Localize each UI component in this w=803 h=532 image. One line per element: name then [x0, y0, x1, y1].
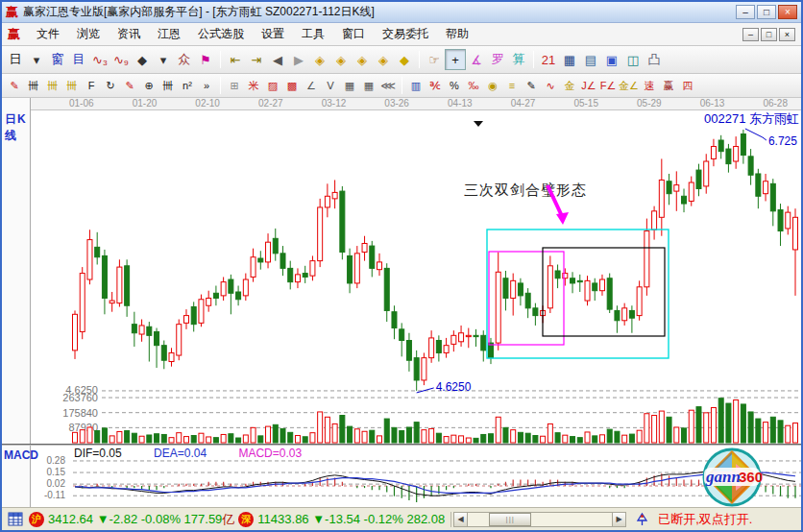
- save-icon[interactable]: ▣: [601, 49, 622, 70]
- scroll-left-arrow-icon[interactable]: ◀: [453, 512, 468, 527]
- percent-retrace-icon[interactable]: ℀: [426, 77, 445, 95]
- menu-item-0[interactable]: 文件: [28, 23, 68, 45]
- angle-lines-icon[interactable]: ∠: [302, 77, 321, 95]
- multi-window-icon[interactable]: 窗: [47, 49, 68, 70]
- golden-angle-icon[interactable]: 金∠: [618, 77, 640, 95]
- mdi-minimize-button[interactable]: –: [742, 28, 759, 41]
- dark-grid2-icon[interactable]: ▦: [359, 77, 378, 95]
- macd-scale-label: -0.11: [44, 490, 65, 500]
- wave-9-icon[interactable]: ∿₉: [110, 49, 132, 70]
- stock-code-name-label: 002271 东方雨虹: [704, 111, 799, 126]
- n-square-icon[interactable]: n²: [178, 77, 197, 95]
- kline-period-icon[interactable]: 日: [5, 49, 26, 70]
- j-angle-icon[interactable]: J∠: [579, 77, 598, 95]
- angle-measure-icon[interactable]: ∡: [466, 49, 487, 70]
- more-tools-icon[interactable]: »: [197, 77, 216, 95]
- fan-lines-icon[interactable]: 米: [244, 77, 263, 95]
- menu-item-6[interactable]: 工具: [293, 23, 333, 45]
- first-bar-icon[interactable]: ⇤: [225, 49, 246, 70]
- golden-section-icon[interactable]: 金: [560, 77, 579, 95]
- gann-expand-icon[interactable]: ◆: [394, 49, 415, 70]
- shenzhen-index-icon[interactable]: 深: [238, 512, 254, 527]
- connection-status-text[interactable]: 已断开,双点打开.: [658, 511, 752, 528]
- close-button[interactable]: ×: [778, 5, 797, 19]
- menu-item-7[interactable]: 窗口: [333, 23, 374, 45]
- scrollbar-track[interactable]: |||: [468, 512, 612, 527]
- period-dropdown-icon[interactable]: ▾: [26, 49, 47, 70]
- speed-line-icon[interactable]: 速: [640, 77, 659, 95]
- minimize-button[interactable]: –: [736, 5, 755, 19]
- gann-compress-icon[interactable]: ◈: [373, 49, 394, 70]
- quote-table-icon[interactable]: [8, 512, 23, 526]
- net-save-icon[interactable]: ◫: [622, 49, 644, 70]
- gann-square-icon[interactable]: 罗: [487, 49, 508, 70]
- count-grid-icon[interactable]: 卌: [158, 77, 178, 95]
- gann-box-icon[interactable]: ▨: [263, 77, 282, 95]
- menu-item-8[interactable]: 交易委托: [374, 23, 437, 45]
- candle-style-icon[interactable]: ◆: [132, 49, 153, 70]
- scrollbar-thumb[interactable]: |||: [489, 513, 531, 526]
- mdi-restore-button[interactable]: □: [761, 28, 777, 41]
- main-toolbar: 日▾窗目∿₃∿₉◆▾众⚑⇤⇥◀▶◈◈◈◈◆☞+∡罗算21▦▤▣◫凸: [2, 46, 801, 74]
- dark-grid-icon[interactable]: ▦: [340, 77, 359, 95]
- toolbar-separator: [220, 51, 221, 68]
- maximize-button[interactable]: □: [757, 5, 776, 19]
- fibonacci-grid-icon[interactable]: F: [82, 77, 101, 95]
- wave-av-icon[interactable]: ∿: [541, 77, 560, 95]
- trend-pencil-icon[interactable]: ✎: [522, 77, 541, 95]
- parallel-lines-icon[interactable]: ⋘: [378, 77, 398, 95]
- print-icon[interactable]: 凸: [644, 49, 665, 70]
- notepad-icon[interactable]: ▤: [580, 49, 601, 70]
- golden-grid-icon[interactable]: 卌: [43, 77, 62, 95]
- menu-item-9[interactable]: 帮助: [437, 23, 477, 45]
- calculator-icon[interactable]: ▦: [559, 49, 580, 70]
- dif-value: DIF=0.05: [74, 447, 122, 460]
- gann-grid-icon[interactable]: 卌: [24, 77, 43, 95]
- prev-stock-icon[interactable]: ◀: [267, 49, 288, 70]
- golden-grid2-icon[interactable]: 卌: [62, 77, 82, 95]
- f10-info-icon[interactable]: 目: [68, 49, 89, 70]
- menu-item-1[interactable]: 浏览: [68, 23, 109, 45]
- crosshair-icon[interactable]: +: [445, 49, 466, 70]
- stat-bars-icon[interactable]: ▥: [406, 77, 426, 95]
- title-bar: 赢 赢家江恩专业版[赢家内部服务平台] - [东方雨虹 SZ002271-112…: [2, 2, 801, 23]
- candlestick-chart[interactable]: 4.625026376017584087920三次双剑合璧形态002271 东方…: [31, 110, 801, 444]
- calendar-icon[interactable]: 21: [538, 49, 559, 70]
- menu-item-3[interactable]: 江恩: [149, 23, 189, 45]
- gann-net-icon[interactable]: ▩: [282, 77, 302, 95]
- crowd-icon[interactable]: 众: [174, 49, 195, 70]
- svg-text:175840: 175840: [62, 407, 98, 419]
- box-grid-icon[interactable]: ⊞: [225, 77, 244, 95]
- percent-icon[interactable]: %: [445, 77, 464, 95]
- menu-item-2[interactable]: 资讯: [109, 23, 149, 45]
- gann-horizontal-icon[interactable]: ◈: [352, 49, 373, 70]
- pencil-tool-icon[interactable]: ✎: [5, 77, 24, 95]
- scroll-right-arrow-icon[interactable]: ▶: [612, 512, 626, 527]
- golden-percent-icon[interactable]: ‰: [464, 77, 483, 95]
- hand-drag-icon[interactable]: ☞: [424, 49, 445, 70]
- time-cycle-icon[interactable]: ⊕: [139, 77, 158, 95]
- dea-value: DEA=0.04: [154, 447, 207, 460]
- quarter-line-icon[interactable]: 四: [678, 77, 697, 95]
- angle-pencil-icon[interactable]: ✎: [120, 77, 139, 95]
- chart-scrollbar[interactable]: ◀ ||| ▶: [450, 512, 626, 527]
- gann-right-icon[interactable]: ◈: [330, 49, 352, 70]
- last-bar-icon[interactable]: ⇥: [246, 49, 267, 70]
- smart-calc-icon[interactable]: 算: [508, 49, 529, 70]
- gann-left-icon[interactable]: ◈: [309, 49, 330, 70]
- golden-circle-icon[interactable]: ◉: [483, 77, 502, 95]
- flag-histogram-icon[interactable]: ⚑: [195, 49, 216, 70]
- win-tool-icon[interactable]: 赢: [659, 77, 678, 95]
- menu-item-4[interactable]: 公式选股: [189, 23, 253, 45]
- candle-dropdown-icon[interactable]: ▾: [153, 49, 174, 70]
- shanghai-index-icon[interactable]: 沪: [29, 512, 44, 527]
- golden-hline-icon[interactable]: ≡: [502, 77, 522, 95]
- macd-indicator-label: MACD: [2, 446, 30, 462]
- mdi-close-button[interactable]: ×: [779, 28, 795, 41]
- v-lines-icon[interactable]: Ⅴ: [321, 77, 340, 95]
- spiral-tool-icon[interactable]: ↻: [101, 77, 120, 95]
- next-stock-icon[interactable]: ▶: [288, 49, 309, 70]
- wave-3-icon[interactable]: ∿₃: [89, 49, 110, 70]
- menu-item-5[interactable]: 设置: [253, 23, 293, 45]
- f-angle-icon[interactable]: F∠: [598, 77, 618, 95]
